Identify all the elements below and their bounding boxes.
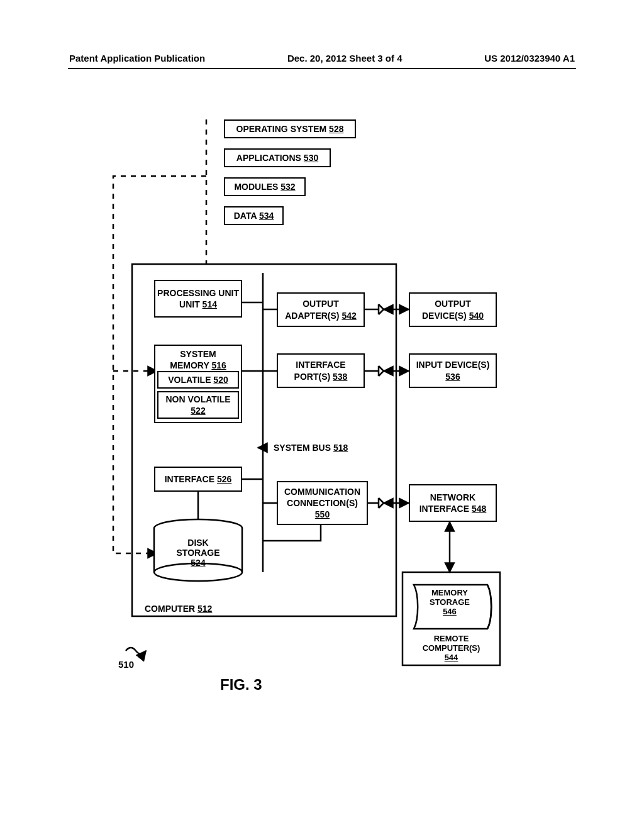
modules-box: MODULES 532 — [224, 177, 306, 196]
applications-label: APPLICATIONS — [236, 153, 301, 163]
applications-box: APPLICATIONS 530 — [224, 148, 331, 167]
network-interface-ref: 548 — [472, 504, 486, 514]
memory-storage-ref: 546 — [443, 607, 457, 616]
figure-caption: FIG. 3 — [220, 676, 262, 694]
system-bus-label: SYSTEM BUS 518 — [274, 443, 348, 453]
interface-box: INTERFACE 526 — [154, 467, 242, 492]
interface-ports-box: INTERFACE PORT(S) 538 — [277, 353, 365, 388]
interface-ref: 526 — [217, 474, 231, 484]
header-rule — [68, 68, 576, 69]
remote-computers-label-group: REMOTE COMPUTER(S) 544 — [409, 634, 494, 662]
input-devices-label: INPUT DEVICE(S) — [416, 359, 490, 370]
computer-label: COMPUTER — [145, 604, 195, 614]
operating-system-box: OPERATING SYSTEM 528 — [224, 119, 356, 138]
applications-ref: 530 — [304, 153, 318, 163]
volatile-ref: 520 — [213, 375, 228, 385]
modules-ref: 532 — [280, 182, 295, 192]
comm-conn-ref: 550 — [315, 509, 330, 520]
header-left: Patent Application Publication — [69, 53, 205, 64]
modules-label: MODULES — [234, 182, 278, 192]
volatile-label: VOLATILE — [168, 375, 211, 385]
output-devices-ref: 540 — [469, 311, 484, 321]
computer-ref: 512 — [197, 604, 212, 614]
data-box: DATA 534 — [224, 206, 284, 225]
computer-label-group: COMPUTER 512 — [145, 604, 212, 614]
processing-unit-ref: 514 — [203, 299, 217, 309]
non-volatile-ref: 522 — [191, 405, 205, 416]
system-memory-ref: 516 — [211, 360, 226, 370]
disk-storage-label: DISK STORAGE — [177, 538, 220, 558]
output-adapters-box: OUTPUT ADAPTER(S) 542 — [277, 292, 365, 327]
network-interface-box: NETWORK INTERFACE 548 — [409, 484, 497, 522]
header-right: US 2012/0323940 A1 — [484, 53, 575, 64]
svg-point-16 — [154, 519, 242, 537]
non-volatile-box: NON VOLATILE 522 — [157, 391, 239, 419]
comm-conn-box: COMMUNICATION CONNECTION(S) 550 — [277, 481, 368, 525]
diagram-canvas: OPERATING SYSTEM 528 APPLICATIONS 530 MO… — [94, 119, 535, 692]
remote-computers-ref: 544 — [445, 653, 458, 662]
disk-storage-ref: 524 — [191, 558, 205, 568]
input-devices-ref: 536 — [445, 371, 460, 382]
interface-label: INTERFACE — [165, 474, 214, 484]
ref-510: 510 — [118, 659, 134, 670]
output-devices-box: OUTPUT DEVICE(S) 540 — [409, 292, 497, 327]
disk-storage-label-group: DISK STORAGE 524 — [167, 538, 230, 568]
memory-storage-label-group: MEMORY STORAGE 546 — [418, 588, 481, 616]
processing-unit-label: PROCESSING UNIT — [157, 287, 239, 299]
volatile-box: VOLATILE 520 — [157, 371, 239, 389]
operating-system-label: OPERATING SYSTEM — [236, 124, 327, 134]
data-ref: 534 — [259, 211, 274, 221]
interface-ports-ref: 538 — [333, 372, 347, 382]
data-label: DATA — [234, 211, 257, 221]
input-devices-box: INPUT DEVICE(S) 536 — [409, 353, 497, 388]
output-adapters-ref: 542 — [341, 311, 356, 321]
operating-system-ref: 528 — [329, 124, 343, 134]
header-center: Dec. 20, 2012 Sheet 3 of 4 — [287, 53, 402, 64]
processing-unit-box: PROCESSING UNIT UNIT 514 — [154, 280, 242, 318]
page-header: Patent Application Publication Dec. 20, … — [69, 53, 575, 64]
non-volatile-label: NON VOLATILE — [165, 394, 230, 405]
